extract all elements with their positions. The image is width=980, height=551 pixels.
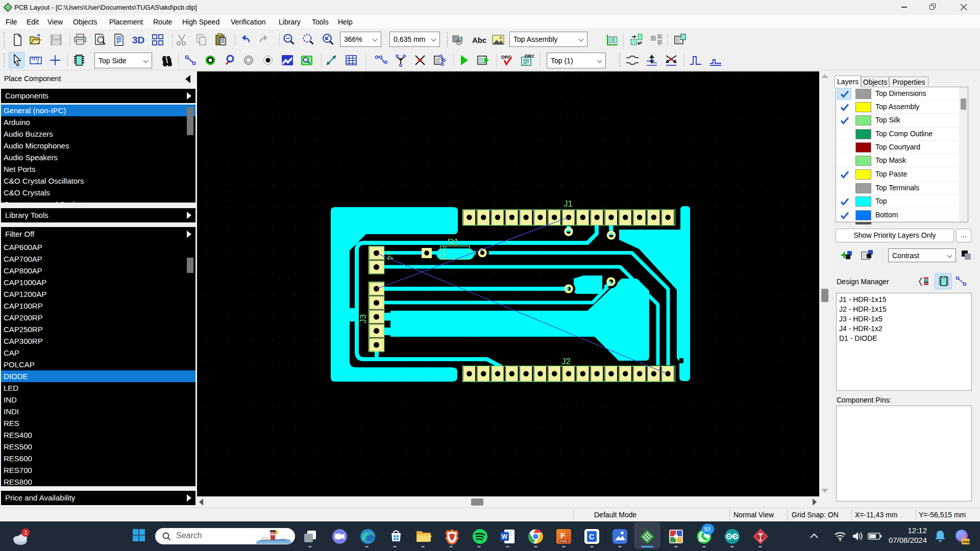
svg-text:Abc: Abc bbox=[472, 36, 486, 44]
svg-text:J1: J1 bbox=[564, 199, 573, 209]
svg-text:J3: J3 bbox=[358, 314, 368, 323]
svg-text:FUS: FUS bbox=[560, 539, 568, 543]
svg-text:1: 1 bbox=[36, 60, 39, 64]
svg-text:C: C bbox=[589, 533, 594, 541]
svg-text:F: F bbox=[560, 531, 565, 540]
svg-text:93: 93 bbox=[704, 526, 710, 532]
svg-text:DRC: DRC bbox=[525, 53, 534, 59]
svg-text:PRE: PRE bbox=[963, 540, 970, 544]
svg-text:D1: D1 bbox=[448, 237, 459, 247]
svg-text:1: 1 bbox=[24, 530, 28, 536]
svg-text:W: W bbox=[502, 533, 508, 540]
svg-text:J2: J2 bbox=[561, 357, 571, 366]
svg-text:3D: 3D bbox=[132, 35, 144, 45]
